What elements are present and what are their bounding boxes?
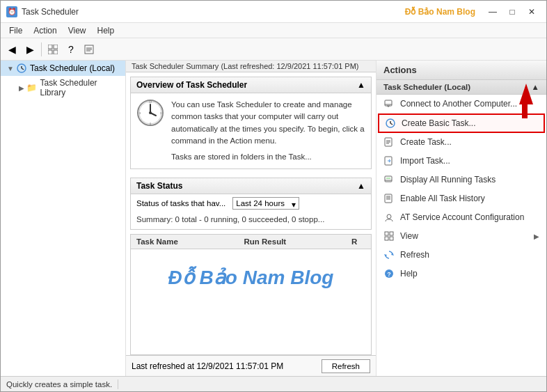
toolbar-grid-button[interactable] [45,41,61,58]
main-content: ▼ Task Scheduler (Local) ▶ 📁 Task Schedu… [1,61,546,376]
close-button[interactable]: ✕ [523,5,541,19]
svg-rect-43 [385,232,388,235]
svg-rect-20 [385,100,392,106]
action-help-label: Help [400,269,418,279]
action-display-tasks[interactable]: Display All Running Tasks [376,171,546,189]
summary-text: Summary: 0 total - 0 running, 0 succeede… [131,212,371,229]
maximize-button[interactable]: □ [503,5,521,19]
toolbar-back-button[interactable]: ◀ [3,41,20,58]
create-basic-icon [385,118,396,129]
overview-section-header[interactable]: Overview of Task Scheduler ▲ [131,77,371,93]
tree-icon-folder: 📁 [26,82,37,93]
menu-file[interactable]: File [3,24,28,37]
toolbar-forward-button[interactable]: ▶ [22,41,38,58]
action-create-task[interactable]: Create Task... [376,133,546,152]
toolbar-task-button[interactable] [81,41,97,58]
svg-rect-1 [54,45,58,49]
action-view[interactable]: View ▶ [376,227,546,246]
overview-collapse-icon: ▲ [357,80,365,90]
status-label: Status of tasks that hav... [136,199,225,207]
task-status-row: Status of tasks that hav... Last 24 hour… [131,194,371,212]
main-window: ⏰ Task Scheduler Đỗ Bảo Nam Blog — □ ✕ F… [0,0,547,392]
col-task-name: Task Name [136,237,244,246]
display-tasks-icon [383,174,395,185]
svg-rect-35 [385,176,392,182]
last-refreshed-text: Last refreshed at 12/9/2021 11:57:01 PM [132,361,283,371]
action-create-basic[interactable]: Create Basic Task... [378,113,545,133]
menu-help[interactable]: Help [92,24,120,37]
tree-item-library[interactable]: ▶ 📁 Task Scheduler Library [1,76,125,100]
view-submenu-arrow: ▶ [534,233,539,240]
action-enable-history-label: Enable All Task History [400,194,485,203]
watermark-text: Đỗ Bảo Nam Blog [168,266,334,289]
toolbar-info-button[interactable]: ? [63,41,79,58]
task-status-header[interactable]: Task Status ▲ [131,178,371,194]
overview-content: 12 3 6 9 You can use Task Scheduler to c… [131,93,371,168]
action-refresh[interactable]: Refresh [376,246,546,265]
task-status-collapse-icon: ▲ [357,181,365,191]
action-at-service[interactable]: AT Service Account Configuration [376,208,546,227]
import-task-icon [383,155,395,166]
svg-rect-3 [54,50,58,54]
actions-header: Actions [376,61,546,80]
action-at-service-label: AT Service Account Configuration [400,212,524,222]
help-icon: ? [383,268,395,279]
refresh-button[interactable]: Refresh [322,359,370,373]
action-display-tasks-label: Display All Running Tasks [400,175,496,185]
svg-point-15 [149,111,152,114]
task-table: Task Name Run Result R Đỗ Bảo Nam Blog [130,234,372,355]
overview-text-container: You can use Task Scheduler to create and… [171,99,365,163]
action-enable-history[interactable]: Enable All Task History [376,189,546,208]
svg-point-42 [387,214,391,219]
svg-rect-46 [390,237,393,240]
menu-action[interactable]: Action [28,24,62,37]
connect-icon [383,98,395,109]
refresh-icon [383,249,395,260]
action-import-task[interactable]: Import Task... [376,152,546,171]
col-r: R [351,237,365,246]
clock-icon: 12 3 6 9 [136,99,164,130]
summary-header: Task Scheduler Summary (Last refreshed: … [126,61,376,72]
action-create-task-label: Create Task... [400,137,452,147]
tree-item-local[interactable]: ▼ Task Scheduler (Local) [1,61,125,76]
overview-text2: Tasks are stored in folders in the Task.… [171,151,365,163]
right-panel: Actions Task Scheduler (Local) ▲ Connect… [376,61,546,376]
brand-text: Đỗ Bảo Nam Blog [405,7,475,17]
dropdown-arrow-icon: ▾ [292,200,296,210]
svg-rect-45 [385,237,388,240]
center-panel: Task Scheduler Summary (Last refreshed: … [126,61,376,376]
task-status-title: Task Status [136,181,182,191]
create-task-icon [383,136,395,148]
task-status-section: Task Status ▲ Status of tasks that hav..… [130,178,372,230]
menu-bar: File Action View Help [1,23,546,38]
minimize-button[interactable]: — [484,5,502,19]
overview-text: You can use Task Scheduler to create and… [171,99,365,147]
window-controls: — □ ✕ [484,5,541,19]
action-view-label: View [400,231,418,241]
at-service-icon [383,212,395,223]
tree-arrow-library: ▶ [16,82,26,93]
bottom-bar: Last refreshed at 12/9/2021 11:57:01 PM … [126,355,376,376]
action-help[interactable]: ? Help [376,265,546,283]
tree-arrow-local: ▼ [5,63,16,74]
status-separator [118,379,118,389]
svg-rect-38 [385,194,392,203]
menu-view[interactable]: View [63,24,92,37]
toolbar-separator [41,42,42,56]
actions-section-text: Task Scheduler (Local) [383,83,470,91]
svg-rect-0 [48,45,52,49]
toolbar: ◀ ▶ ? [1,38,546,61]
enable-history-icon [383,193,395,204]
svg-text:12: 12 [149,100,152,104]
col-run-result: Run Result [244,237,352,246]
overview-title: Overview of Task Scheduler [136,80,247,90]
time-period-dropdown[interactable]: Last 24 hours ▾ [232,197,299,210]
action-import-label: Import Task... [400,156,450,166]
svg-line-26 [390,123,393,125]
status-bar: Quickly creates a simple task. [1,376,546,391]
tree-label-local: Task Scheduler (Local) [30,63,115,73]
left-panel: ▼ Task Scheduler (Local) ▶ 📁 Task Schedu… [1,61,126,376]
window-title: Task Scheduler [22,7,405,17]
status-text: Quickly creates a simple task. [6,380,112,389]
red-arrow-annotation [517,84,533,118]
